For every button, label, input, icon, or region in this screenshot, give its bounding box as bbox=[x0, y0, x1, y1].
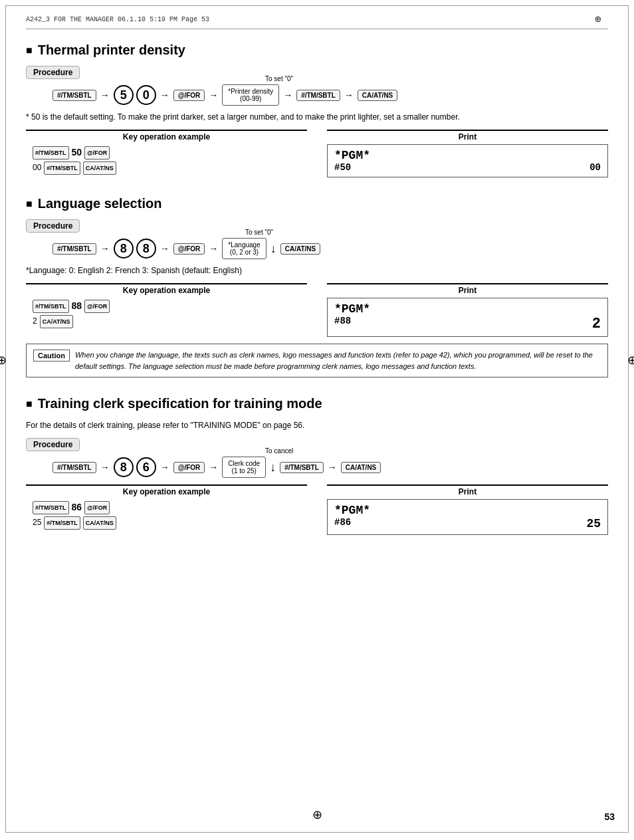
sk-ca-lang: CA/AT/NS bbox=[40, 315, 73, 328]
sk-tm-train1: #/TM/SBTL bbox=[33, 501, 69, 514]
sk-for-train: @/FOR bbox=[84, 501, 110, 514]
key-op-thermal: Key operation example #/TM/SBTL 50 @/FOR… bbox=[26, 130, 307, 175]
section-thermal-printer-density: Thermal printer density Procedure To set… bbox=[26, 43, 608, 177]
section-language-selection: Language selection Procedure To set "0" … bbox=[26, 196, 608, 377]
sk-ca-train: CA/AT/NS bbox=[83, 516, 116, 530]
example-section-thermal: Key operation example #/TM/SBTL 50 @/FOR… bbox=[26, 130, 608, 177]
key-op-line-lang-2: 2 CA/AT/NS bbox=[33, 314, 307, 329]
val-50: 50 bbox=[72, 144, 82, 161]
print-receipt-thermal: *PGM* #50 00 bbox=[327, 144, 608, 177]
print-receipt-training: *PGM* #86 25 bbox=[327, 499, 608, 535]
procedure-badge-training: Procedure bbox=[26, 438, 80, 451]
sk-tm-train2: #/TM/SBTL bbox=[44, 516, 80, 530]
left-circle-mark: ⊕ bbox=[0, 353, 7, 368]
key-op-training: Key operation example #/TM/SBTL 86 @/FOR… bbox=[26, 484, 307, 530]
page-number: 53 bbox=[604, 811, 615, 822]
key-ca-at-ns-train: CA/AT/NS bbox=[341, 462, 381, 473]
key-ca-at-ns-lang: CA/AT/NS bbox=[280, 243, 320, 255]
header-text: A242_3 FOR THE MANAGER 06.1.10 5:19 PM P… bbox=[26, 16, 209, 23]
procedure-row-thermal: Procedure bbox=[26, 66, 608, 79]
print-thermal: Print *PGM* #50 00 bbox=[327, 130, 608, 177]
caution-badge: Caution bbox=[33, 350, 70, 362]
print-value-language: 2 bbox=[592, 316, 601, 332]
key-tm-sbtl-lang: #/TM/SBTL bbox=[53, 243, 96, 255]
label-language: *Language(0, 2 or 3) bbox=[222, 238, 266, 259]
down-arrow-train: ↓ bbox=[270, 461, 276, 474]
key-for-train: @/FOR bbox=[173, 462, 205, 473]
down-arrow-lang: ↓ bbox=[270, 242, 276, 256]
sk-ca1: CA/AT/NS bbox=[83, 161, 116, 175]
arrow-train3: → bbox=[209, 462, 218, 472]
flow-steps-training: #/TM/SBTL → 8 6 → @/FOR → Clerk code(1 t… bbox=[53, 457, 608, 478]
val-00: 00 bbox=[33, 161, 41, 175]
print-pgm-language: *PGM* bbox=[334, 302, 601, 316]
key-tm-sbtl-train2: #/TM/SBTL bbox=[280, 462, 324, 473]
sk-for-lang: @/FOR bbox=[84, 300, 110, 313]
arrow1: → bbox=[100, 90, 110, 100]
flow-diagram-training: To cancel #/TM/SBTL → 8 6 → @/FOR → Cler… bbox=[39, 457, 608, 478]
arrow5: → bbox=[344, 90, 354, 100]
crosshair-icon bbox=[595, 13, 608, 26]
arrow3: → bbox=[209, 90, 218, 100]
key-op-lines-language: #/TM/SBTL 88 @/FOR 2 CA/AT/NS bbox=[26, 298, 307, 329]
print-title-language: Print bbox=[327, 284, 608, 298]
key-op-lines-training: #/TM/SBTL 86 @/FOR 25 #/TM/SBTL CA/AT/NS bbox=[26, 499, 307, 530]
note-thermal: * 50 is the default setting. To make the… bbox=[26, 111, 608, 123]
sk-tm-lang1: #/TM/SBTL bbox=[33, 300, 69, 313]
print-pgm-thermal: *PGM* bbox=[334, 149, 601, 162]
key-op-title-thermal: Key operation example bbox=[26, 131, 307, 144]
flow-steps-thermal: #/TM/SBTL → 5 0 → @/FOR → *Printer densi… bbox=[53, 84, 608, 106]
sk-tm1: #/TM/SBTL bbox=[33, 146, 69, 159]
flow-steps-language: #/TM/SBTL → 8 8 → @/FOR → *Language(0, 2… bbox=[53, 238, 608, 259]
arrow-train2: → bbox=[160, 462, 169, 472]
circle-0: 0 bbox=[136, 85, 156, 105]
caution-text: When you change the language, the texts … bbox=[75, 350, 601, 371]
arrow2: → bbox=[160, 90, 169, 100]
to-set-label-language: To set "0" bbox=[245, 229, 273, 236]
print-pgm-training: *PGM* bbox=[334, 504, 601, 517]
key-op-line-2: 00 #/TM/SBTL CA/AT/NS bbox=[33, 161, 307, 175]
key-op-line-train-2: 25 #/TM/SBTL CA/AT/NS bbox=[33, 516, 307, 530]
val-86: 86 bbox=[72, 499, 82, 516]
key-op-lines-thermal: #/TM/SBTL 50 @/FOR 00 #/TM/SBTL CA/AT/NS bbox=[26, 144, 307, 175]
key-op-title-language: Key operation example bbox=[26, 284, 307, 298]
arrow-lang1: → bbox=[100, 243, 110, 254]
print-values-language: #88 2 bbox=[334, 316, 601, 332]
print-value-training: 25 bbox=[586, 517, 601, 530]
procedure-row-language: Procedure bbox=[26, 219, 608, 233]
section-training-clerk: Training clerk specification for trainin… bbox=[26, 396, 608, 535]
arrow-train4: → bbox=[328, 462, 337, 472]
print-title-thermal: Print bbox=[327, 131, 608, 144]
print-value-thermal: 00 bbox=[589, 162, 601, 173]
arrow4: → bbox=[283, 90, 292, 100]
caution-box: Caution When you change the language, th… bbox=[26, 344, 608, 377]
circle-8a: 8 bbox=[114, 239, 134, 259]
procedure-row-training: Procedure bbox=[26, 438, 608, 451]
page-border: A242_3 FOR THE MANAGER 06.1.10 5:19 PM P… bbox=[5, 5, 629, 833]
print-line-language: #88 bbox=[334, 316, 351, 332]
intro-training: For the details of clerk training, pleas… bbox=[26, 419, 608, 431]
circle-5: 5 bbox=[114, 85, 134, 105]
val-88: 88 bbox=[72, 298, 82, 314]
print-training: Print *PGM* #86 25 bbox=[327, 484, 608, 535]
label-printer-density: *Printer density(00-99) bbox=[222, 84, 279, 106]
right-circle-mark: ⊕ bbox=[627, 353, 634, 368]
key-op-line-lang-1: #/TM/SBTL 88 @/FOR bbox=[33, 298, 307, 314]
bottom-crosshair: ⊕ bbox=[312, 807, 322, 822]
example-section-language: Key operation example #/TM/SBTL 88 @/FOR… bbox=[26, 283, 608, 337]
print-values-training: #86 25 bbox=[334, 517, 601, 530]
circle-6-train: 6 bbox=[136, 457, 156, 477]
key-op-language: Key operation example #/TM/SBTL 88 @/FOR… bbox=[26, 283, 307, 329]
key-op-line-1: #/TM/SBTL 50 @/FOR bbox=[33, 144, 307, 161]
print-language: Print *PGM* #88 2 bbox=[327, 283, 608, 337]
arrow-lang3: → bbox=[209, 243, 218, 254]
page-header: A242_3 FOR THE MANAGER 06.1.10 5:19 PM P… bbox=[26, 13, 608, 29]
key-tm-sbtl-1: #/TM/SBTL bbox=[53, 90, 96, 101]
sk-for1: @/FOR bbox=[84, 146, 110, 159]
section-title-thermal: Thermal printer density bbox=[26, 43, 608, 58]
procedure-badge-thermal: Procedure bbox=[26, 66, 80, 79]
print-title-training: Print bbox=[327, 486, 608, 499]
key-tm-sbtl-2: #/TM/SBTL bbox=[296, 90, 340, 101]
section-title-language: Language selection bbox=[26, 196, 608, 211]
sk-tm2: #/TM/SBTL bbox=[44, 161, 80, 175]
